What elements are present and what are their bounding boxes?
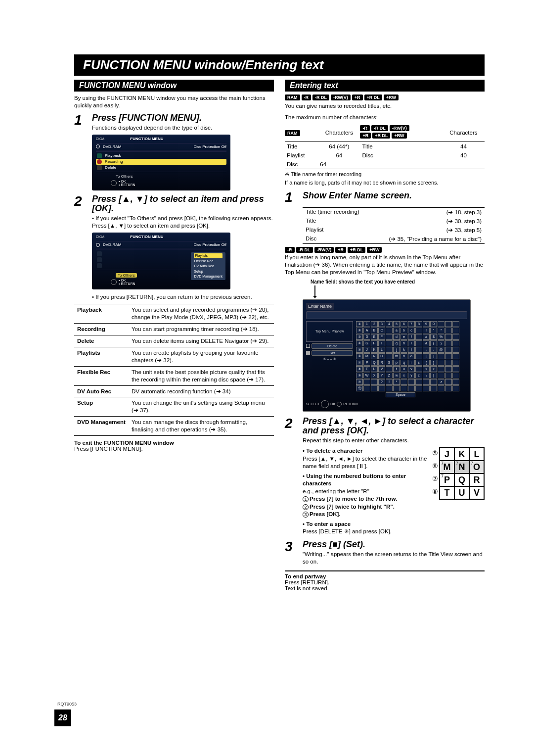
grid-cell[interactable]: Z (386, 373, 393, 378)
grid-cell[interactable] (430, 385, 437, 391)
grid-cell[interactable]: u (400, 366, 407, 372)
submenu-setup[interactable]: Setup (194, 269, 222, 274)
grid-cell[interactable] (445, 373, 452, 378)
char-grid[interactable]: ①1234567890②ABCabc!"*③DEFdef#$%④GHIghi&(… (356, 321, 467, 391)
grid-cell[interactable]: s (415, 360, 422, 366)
grid-cell[interactable] (452, 353, 459, 359)
grid-cell[interactable]: d (393, 334, 400, 340)
grid-cell[interactable]: i (408, 340, 415, 346)
grid-cell[interactable] (452, 321, 459, 327)
grid-cell[interactable]: # (423, 334, 430, 340)
grid-cell[interactable] (445, 360, 452, 366)
grid-cell[interactable] (452, 328, 459, 333)
grid-cell[interactable]: b (400, 328, 407, 333)
grid-cell[interactable]: @ (438, 347, 445, 353)
grid-cell[interactable]: O (378, 353, 385, 359)
grid-cell[interactable] (445, 321, 452, 327)
grid-cell[interactable]: E (371, 334, 378, 340)
grid-cell[interactable] (438, 373, 445, 378)
grid-cell[interactable] (415, 353, 422, 359)
grid-cell[interactable]: ∧ (438, 379, 445, 385)
grid-cell[interactable]: ⑨ (356, 373, 363, 378)
grid-cell[interactable]: M (363, 353, 370, 359)
grid-cell[interactable]: ! (423, 328, 430, 333)
grid-cell[interactable]: T (363, 366, 370, 372)
grid-cell[interactable]: ① (356, 321, 363, 327)
grid-cell[interactable] (445, 334, 452, 340)
menu-item-recording[interactable]: Recording (96, 159, 226, 165)
grid-cell[interactable]: ) (438, 340, 445, 346)
grid-cell[interactable]: n (400, 353, 407, 359)
grid-cell[interactable]: ② (356, 328, 363, 333)
set-button[interactable]: Set (312, 350, 353, 356)
grid-cell[interactable]: m (393, 353, 400, 359)
grid-cell[interactable] (415, 334, 422, 340)
grid-cell[interactable]: W (363, 373, 370, 378)
grid-cell[interactable]: a (393, 328, 400, 333)
to-others-selected[interactable]: To Others (116, 273, 137, 278)
grid-cell[interactable] (438, 366, 445, 372)
grid-cell[interactable] (438, 385, 445, 391)
grid-cell[interactable] (415, 385, 422, 391)
grid-cell[interactable]: R (378, 360, 385, 366)
grid-cell[interactable]: v (408, 366, 415, 372)
grid-cell[interactable] (415, 328, 422, 333)
grid-cell[interactable] (378, 385, 385, 391)
grid-cell[interactable]: y (408, 373, 415, 378)
grid-cell[interactable]: ( (430, 340, 437, 346)
grid-cell[interactable]: w (393, 373, 400, 378)
grid-cell[interactable]: N (371, 353, 378, 359)
grid-cell[interactable] (438, 353, 445, 359)
grid-cell[interactable]: z (415, 373, 422, 378)
grid-cell[interactable]: o (408, 353, 415, 359)
grid-cell[interactable]: r (408, 360, 415, 366)
grid-cell[interactable] (415, 347, 422, 353)
grid-cell[interactable]: 1 (363, 321, 370, 327)
grid-cell[interactable] (452, 366, 459, 372)
grid-cell[interactable]: 0 (430, 321, 437, 327)
grid-cell[interactable]: 6 (400, 321, 407, 327)
grid-cell[interactable]: ⑧ (356, 366, 363, 372)
grid-cell[interactable]: ⑥ (356, 353, 363, 359)
submenu-flexrec[interactable]: Flexible Rec (194, 259, 222, 264)
grid-cell[interactable]: X (371, 373, 378, 378)
grid-cell[interactable] (452, 379, 459, 385)
grid-cell[interactable] (386, 366, 393, 372)
grid-cell[interactable]: 3 (378, 321, 385, 327)
grid-cell[interactable]: 9 (423, 321, 430, 327)
grid-cell[interactable] (393, 385, 400, 391)
grid-cell[interactable]: < (423, 366, 430, 372)
grid-cell[interactable]: l (408, 347, 415, 353)
grid-cell[interactable]: > (430, 366, 437, 372)
grid-cell[interactable]: f (408, 334, 415, 340)
menu-item-playback[interactable]: Playback (96, 153, 226, 159)
grid-cell[interactable]: A (363, 328, 370, 333)
grid-cell[interactable]: ⑦ (356, 360, 363, 366)
grid-cell[interactable] (452, 385, 459, 391)
grid-cell[interactable] (445, 366, 452, 372)
grid-cell[interactable]: e (400, 334, 407, 340)
grid-cell[interactable]: ③ (356, 334, 363, 340)
grid-cell[interactable]: 8 (415, 321, 422, 327)
grid-cell[interactable] (386, 340, 393, 346)
grid-cell[interactable] (400, 385, 407, 391)
grid-cell[interactable] (408, 379, 415, 385)
grid-cell[interactable]: 7 (408, 321, 415, 327)
grid-cell[interactable]: J (363, 347, 370, 353)
grid-cell[interactable] (371, 385, 378, 391)
grid-cell[interactable]: $ (430, 334, 437, 340)
grid-cell[interactable]: H (371, 340, 378, 346)
grid-cell[interactable]: 5 (393, 321, 400, 327)
grid-cell[interactable]: Y (378, 373, 385, 378)
grid-cell[interactable]: c (408, 328, 415, 333)
grid-cell[interactable]: h (400, 340, 407, 346)
grid-cell[interactable]: ] (430, 353, 437, 359)
grid-cell[interactable]: | (430, 373, 437, 378)
grid-cell[interactable] (408, 385, 415, 391)
grid-cell[interactable]: ④ (356, 340, 363, 346)
grid-cell[interactable]: I (378, 340, 385, 346)
grid-cell[interactable]: g (393, 340, 400, 346)
grid-cell[interactable] (386, 347, 393, 353)
grid-cell[interactable] (445, 385, 452, 391)
submenu-playlists[interactable]: Playlists (194, 253, 222, 258)
